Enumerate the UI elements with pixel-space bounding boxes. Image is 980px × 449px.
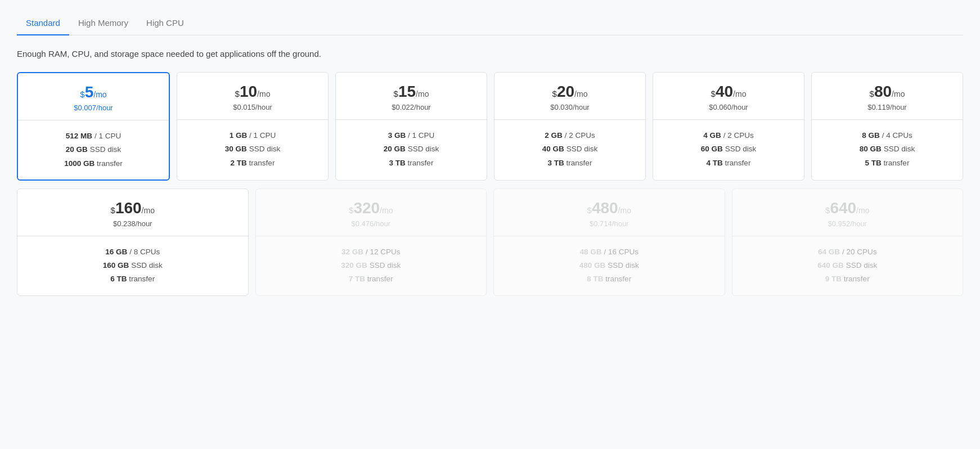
spec-disk-plan-5: 20 GB SSD disk [27,143,160,156]
spec-ram-cpu-plan-640: 64 GB / 20 CPUs [741,245,954,259]
price-amount-plan-640: 640 [830,199,856,217]
spec-disk-plan-320: 320 GB SSD disk [265,259,478,272]
price-unit-plan-5: /mo [93,90,106,99]
spec-transfer-plan-40: 4 TB transfer [662,156,795,170]
spec-transfer-plan-5: 1000 GB transfer [27,157,160,170]
card-specs-plan-480: 48 GB / 16 CPUs 480 GB SSD disk 8 TB tra… [494,236,725,295]
price-unit-plan-15: /mo [416,89,429,98]
price-amount-plan-40: 40 [716,83,733,100]
price-amount-plan-80: 80 [874,83,892,100]
price-hourly-plan-10: $0.015/hour [186,103,319,111]
spec-disk-plan-80: 80 GB SSD disk [821,142,954,156]
price-hourly-plan-5: $0.007/hour [27,104,160,112]
price-dollar-plan-15: $ [394,89,398,98]
price-dollar-plan-80: $ [870,89,874,98]
price-hourly-plan-20: $0.030/hour [504,103,636,111]
plan-card-plan-480[interactable]: $480/mo $0.714/hour 48 GB / 16 CPUs 480 … [493,188,725,296]
price-unit-plan-640: /mo [856,206,869,215]
card-specs-plan-15: 3 GB / 1 CPU 20 GB SSD disk 3 TB transfe… [336,120,487,179]
price-unit-plan-320: /mo [380,206,393,215]
price-amount-plan-480: 480 [592,199,618,217]
price-dollar-plan-480: $ [587,205,592,215]
price-amount-plan-15: 15 [398,83,416,100]
card-specs-plan-320: 32 GB / 12 CPUs 320 GB SSD disk 7 TB tra… [256,236,487,295]
plan-card-plan-160[interactable]: $160/mo $0.238/hour 16 GB / 8 CPUs 160 G… [17,188,249,296]
price-hourly-plan-80: $0.119/hour [821,103,954,111]
spec-ram-cpu-plan-10: 1 GB / 1 CPU [186,129,319,142]
card-price-plan-480: $480/mo $0.714/hour [494,189,725,236]
spec-disk-plan-160: 160 GB SSD disk [26,259,239,272]
plan-card-plan-15[interactable]: $15/mo $0.022/hour 3 GB / 1 CPU 20 GB SS… [335,72,487,181]
price-monthly-plan-5: $5/mo [27,83,160,101]
spec-ram-cpu-plan-80: 8 GB / 4 CPUs [821,129,954,142]
price-dollar-plan-5: $ [80,89,84,99]
price-unit-plan-160: /mo [142,206,155,215]
tab-standard[interactable]: Standard [17,11,69,35]
price-unit-plan-40: /mo [733,89,746,98]
plan-card-plan-20[interactable]: $20/mo $0.030/hour 2 GB / 2 CPUs 40 GB S… [494,72,646,181]
plan-row-1: $160/mo $0.238/hour 16 GB / 8 CPUs 160 G… [17,188,963,296]
spec-transfer-plan-320: 7 TB transfer [265,272,478,286]
card-specs-plan-10: 1 GB / 1 CPU 30 GB SSD disk 2 TB transfe… [177,120,328,179]
price-monthly-plan-10: $10/mo [186,83,319,101]
plan-card-plan-10[interactable]: $10/mo $0.015/hour 1 GB / 1 CPU 30 GB SS… [177,72,329,181]
plan-card-plan-640[interactable]: $640/mo $0.952/hour 64 GB / 20 CPUs 640 … [732,188,964,296]
plan-card-plan-80[interactable]: $80/mo $0.119/hour 8 GB / 4 CPUs 80 GB S… [811,72,963,181]
plan-row-0: $5/mo $0.007/hour 512 MB / 1 CPU 20 GB S… [17,72,963,181]
price-dollar-plan-20: $ [552,89,557,98]
price-hourly-plan-15: $0.022/hour [345,103,478,111]
spec-transfer-plan-640: 9 TB transfer [741,272,954,286]
spec-disk-plan-20: 40 GB SSD disk [504,142,636,156]
spec-transfer-plan-480: 8 TB transfer [503,272,716,286]
spec-transfer-plan-20: 3 TB transfer [504,156,636,170]
price-monthly-plan-480: $480/mo [503,199,716,217]
price-unit-plan-10: /mo [257,89,270,98]
price-monthly-plan-320: $320/mo [265,199,478,217]
price-amount-plan-320: 320 [353,199,380,217]
card-price-plan-640: $640/mo $0.952/hour [732,189,963,236]
spec-disk-plan-480: 480 GB SSD disk [503,259,716,272]
price-hourly-plan-320: $0.476/hour [265,219,478,228]
subtitle: Enough RAM, CPU, and storage space neede… [17,49,963,59]
price-monthly-plan-160: $160/mo [26,199,239,217]
card-price-plan-20: $20/mo $0.030/hour [495,73,645,120]
card-price-plan-5: $5/mo $0.007/hour [18,73,169,120]
tabs-container: StandardHigh MemoryHigh CPU [17,11,963,35]
plans-grid: $5/mo $0.007/hour 512 MB / 1 CPU 20 GB S… [17,72,963,296]
spec-ram-cpu-plan-160: 16 GB / 8 CPUs [26,245,239,259]
price-monthly-plan-20: $20/mo [504,83,636,101]
spec-disk-plan-10: 30 GB SSD disk [186,142,319,156]
tab-high-cpu[interactable]: High CPU [137,11,193,35]
price-hourly-plan-40: $0.060/hour [662,103,795,111]
spec-transfer-plan-10: 2 TB transfer [186,156,319,170]
price-dollar-plan-160: $ [111,205,115,215]
card-price-plan-80: $80/mo $0.119/hour [812,73,963,120]
spec-ram-cpu-plan-40: 4 GB / 2 CPUs [662,129,795,142]
price-hourly-plan-480: $0.714/hour [503,219,716,228]
card-specs-plan-5: 512 MB / 1 CPU 20 GB SSD disk 1000 GB tr… [18,120,169,179]
card-specs-plan-40: 4 GB / 2 CPUs 60 GB SSD disk 4 TB transf… [653,120,804,179]
plan-card-plan-40[interactable]: $40/mo $0.060/hour 4 GB / 2 CPUs 60 GB S… [653,72,804,181]
spec-transfer-plan-15: 3 TB transfer [345,156,478,170]
spec-disk-plan-640: 640 GB SSD disk [741,259,954,272]
spec-transfer-plan-80: 5 TB transfer [821,156,954,170]
spec-ram-cpu-plan-480: 48 GB / 16 CPUs [503,245,716,259]
spec-disk-plan-40: 60 GB SSD disk [662,142,795,156]
price-amount-plan-20: 20 [557,83,574,100]
plan-card-plan-320[interactable]: $320/mo $0.476/hour 32 GB / 12 CPUs 320 … [255,188,487,296]
spec-transfer-plan-160: 6 TB transfer [26,272,239,286]
price-hourly-plan-640: $0.952/hour [741,219,954,228]
card-price-plan-320: $320/mo $0.476/hour [256,189,487,236]
spec-ram-cpu-plan-20: 2 GB / 2 CPUs [504,129,636,142]
card-specs-plan-160: 16 GB / 8 CPUs 160 GB SSD disk 6 TB tran… [17,236,248,295]
price-dollar-plan-40: $ [711,89,716,98]
tab-high-memory[interactable]: High Memory [69,11,137,35]
price-dollar-plan-10: $ [235,89,240,98]
plan-card-plan-5[interactable]: $5/mo $0.007/hour 512 MB / 1 CPU 20 GB S… [17,72,170,181]
price-amount-plan-5: 5 [85,83,94,101]
price-unit-plan-480: /mo [618,206,631,215]
spec-disk-plan-15: 20 GB SSD disk [345,142,478,156]
card-specs-plan-80: 8 GB / 4 CPUs 80 GB SSD disk 5 TB transf… [812,120,963,179]
card-price-plan-160: $160/mo $0.238/hour [17,189,248,236]
spec-ram-cpu-plan-320: 32 GB / 12 CPUs [265,245,478,259]
